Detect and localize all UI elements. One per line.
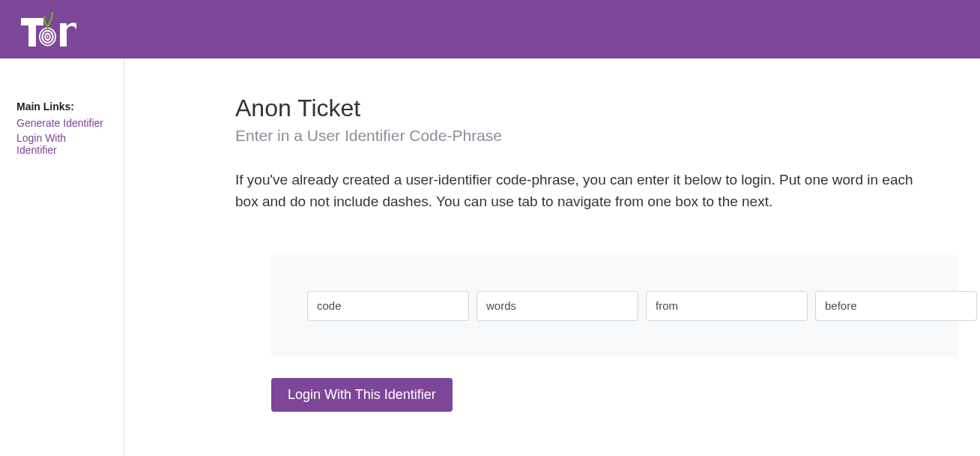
main-content: Anon Ticket Enter in a User Identifier C… <box>124 58 980 456</box>
page-description: If you've already created a user-identif… <box>235 169 932 213</box>
page-subtitle: Enter in a User Identifier Code-Phrase <box>235 127 958 145</box>
sidebar-link-login-with-identifier[interactable]: Login With Identifier <box>16 132 107 156</box>
code-phrase-row <box>307 291 922 321</box>
site-header <box>0 0 980 58</box>
sidebar-link-generate-identifier[interactable]: Generate Identifier <box>16 117 107 129</box>
code-word-1-input[interactable] <box>307 291 469 321</box>
svg-rect-6 <box>60 23 67 46</box>
sidebar: Main Links: Generate Identifier Login Wi… <box>0 58 124 456</box>
code-word-2-input[interactable] <box>477 291 638 321</box>
code-word-4-input[interactable] <box>815 291 977 321</box>
page-title: Anon Ticket <box>235 94 958 122</box>
code-word-3-input[interactable] <box>646 291 808 321</box>
sidebar-title: Main Links: <box>16 100 107 112</box>
svg-rect-1 <box>28 18 36 46</box>
svg-point-2 <box>39 28 56 46</box>
code-phrase-panel <box>271 255 958 357</box>
login-with-identifier-button[interactable]: Login With This Identifier <box>271 378 453 412</box>
tor-logo[interactable] <box>21 12 79 46</box>
